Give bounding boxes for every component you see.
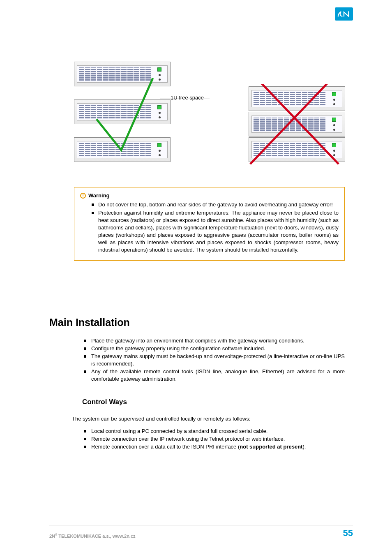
heading-main-installation: Main Installation [49,317,130,328]
list-item: Local control using a PC connected by a … [82,428,345,435]
heading-control-ways: Control Ways [82,398,127,406]
control-intro: The system can be supervised and control… [72,415,345,423]
header-rule [49,24,353,24]
heading-rule [49,330,353,330]
page-number: 55 [343,528,353,539]
warning-item: Protection against humidity and extreme … [98,209,339,254]
footer-company: TELEKOMUNIKACE a.s., www.2n.cz [57,534,135,539]
list-item: Place the gateway into an environment th… [82,337,345,345]
page-footer: 2N® TELEKOMUNIKACE a.s., www.2n.cz 55 [49,525,353,539]
footer-company-prefix: 2N [49,534,55,539]
main-installation-list: Place the gateway into an environment th… [82,337,345,383]
warning-icon: ! [80,193,86,199]
list-item: Any of the available remote control tool… [82,368,345,383]
warning-item: Do not cover the top, bottom and rear si… [98,201,339,208]
rack-wrong [249,86,345,162]
list-item: Remote connection over the IP network us… [82,435,345,443]
brand-logo [335,7,353,21]
callout-label: 1U free space [171,95,204,101]
warning-box: ! Warning Do not cover the top, bottom a… [74,187,345,261]
warning-title: Warning [88,192,110,199]
install-diagram: 1U free space [74,62,345,162]
list-item: Remote connection over a data call to th… [82,443,345,451]
list-item: Configure the gateway properly using the… [82,345,345,352]
list-item: The gateway mains supply must be backed-… [82,353,345,368]
control-ways-list: Local control using a PC connected by a … [82,428,345,451]
rack-correct: 1U free space [74,62,171,162]
